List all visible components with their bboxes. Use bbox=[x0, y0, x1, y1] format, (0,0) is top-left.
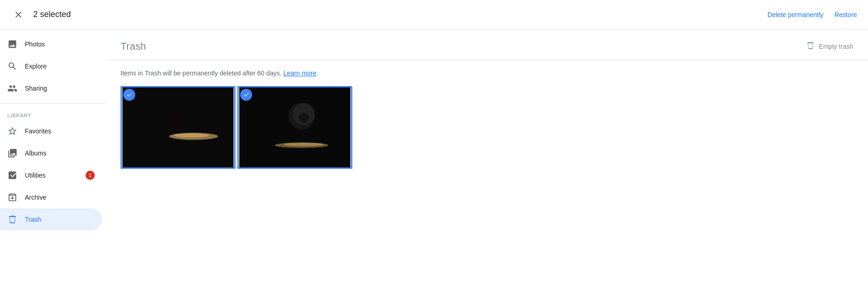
sidebar-item-label-explore: Explore bbox=[25, 63, 46, 70]
sharing-icon bbox=[7, 83, 17, 93]
empty-trash-button[interactable]: Empty trash bbox=[806, 41, 853, 52]
sidebar-item-explore[interactable]: Explore bbox=[0, 55, 102, 77]
sidebar-item-favorites[interactable]: Favorites bbox=[0, 120, 102, 142]
photo-check-1 bbox=[123, 89, 135, 101]
selected-count: 2 selected bbox=[33, 10, 71, 19]
svg-rect-0 bbox=[122, 87, 234, 167]
sidebar-item-label-sharing: Sharing bbox=[25, 85, 47, 92]
empty-trash-label: Empty trash bbox=[819, 43, 853, 50]
library-section-label: LIBRARY bbox=[0, 107, 106, 120]
content-area: Trash Empty trash Items in Trash will be… bbox=[106, 29, 868, 282]
info-text: Items in Trash will be permanently delet… bbox=[121, 69, 282, 77]
content-header: Trash Empty trash bbox=[106, 29, 868, 60]
sidebar-item-label-favorites: Favorites bbox=[25, 127, 52, 135]
utilities-badge: 1 bbox=[86, 171, 95, 180]
sidebar-item-label-photos: Photos bbox=[25, 40, 45, 48]
sidebar-item-utilities[interactable]: Utilities 1 bbox=[0, 164, 102, 186]
info-bar: Items in Trash will be permanently delet… bbox=[106, 60, 868, 86]
sidebar-item-albums[interactable]: Albums bbox=[0, 142, 102, 164]
photo-item-1[interactable] bbox=[121, 86, 236, 169]
photo-inner-1 bbox=[121, 86, 236, 169]
sidebar-item-trash[interactable]: Trash bbox=[0, 208, 102, 230]
utilities-icon bbox=[7, 170, 17, 180]
sidebar-divider bbox=[0, 103, 106, 104]
sidebar-item-label-archive: Archive bbox=[25, 194, 46, 201]
sidebar-item-label-utilities: Utilities bbox=[25, 172, 46, 179]
photo-item-2[interactable] bbox=[237, 86, 352, 169]
sidebar-item-sharing[interactable]: Sharing bbox=[0, 77, 102, 99]
close-button[interactable] bbox=[11, 7, 26, 22]
trash-icon bbox=[7, 214, 17, 224]
sidebar-item-label-albums: Albums bbox=[25, 150, 46, 157]
svg-point-2 bbox=[173, 133, 209, 138]
svg-point-10 bbox=[299, 113, 309, 122]
photo-grid bbox=[106, 86, 868, 184]
learn-more-link[interactable]: Learn more bbox=[283, 69, 316, 77]
svg-point-7 bbox=[284, 143, 324, 146]
sidebar-item-photos[interactable]: Photos bbox=[0, 33, 102, 55]
empty-trash-icon bbox=[806, 41, 815, 52]
topbar-left: 2 selected bbox=[11, 7, 71, 22]
photo-thumbnail-2 bbox=[239, 87, 351, 167]
sidebar-item-archive[interactable]: Archive bbox=[0, 186, 102, 208]
topbar: 2 selected Delete permanently Restore bbox=[0, 0, 868, 29]
photos-icon bbox=[7, 39, 17, 49]
topbar-right: Delete permanently Restore bbox=[768, 11, 857, 18]
favorites-icon bbox=[7, 126, 17, 136]
photo-thumbnail-1 bbox=[122, 87, 234, 167]
svg-point-4 bbox=[168, 110, 184, 127]
page-title: Trash bbox=[121, 40, 146, 52]
albums-icon bbox=[7, 148, 17, 158]
main-layout: Photos Explore Sharing LIBRARY Favorites bbox=[0, 29, 868, 282]
sidebar: Photos Explore Sharing LIBRARY Favorites bbox=[0, 29, 106, 282]
delete-permanently-button[interactable]: Delete permanently bbox=[768, 11, 823, 18]
archive-icon bbox=[7, 192, 17, 202]
photo-check-2 bbox=[240, 89, 252, 101]
sidebar-item-label-trash: Trash bbox=[25, 216, 41, 223]
explore-icon bbox=[7, 61, 17, 71]
restore-button[interactable]: Restore bbox=[834, 11, 857, 18]
photo-inner-2 bbox=[237, 86, 352, 169]
